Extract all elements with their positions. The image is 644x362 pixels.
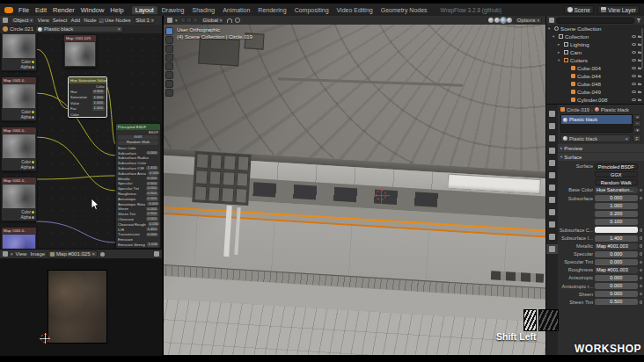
expand-icon[interactable]: ▾ — [558, 58, 562, 62]
disable-render-icon[interactable] — [638, 83, 642, 86]
property-value-field[interactable]: 0.200 — [595, 211, 638, 217]
node-row-value[interactable]: 1.000 — [92, 101, 105, 105]
material-preview-icon[interactable] — [501, 18, 506, 23]
outliner-row[interactable]: Cube.004 — [546, 64, 644, 72]
uv-2d-cursor[interactable] — [40, 334, 49, 343]
editor-type-icon[interactable] — [3, 18, 8, 23]
property-value-field[interactable]: 1.400 — [595, 235, 638, 242]
cursor-tool-icon[interactable] — [165, 36, 173, 44]
outliner-search-input[interactable] — [556, 18, 634, 24]
animate-dot-icon[interactable] — [640, 269, 643, 272]
animate-dot-icon[interactable] — [640, 252, 643, 256]
hue-saturation-node[interactable]: Hue Saturation Value Color Hue 0.500 — [68, 76, 107, 118]
annotate-tool-icon[interactable] — [165, 80, 173, 88]
node-row-value[interactable]: 0.030 — [148, 222, 158, 227]
menu-item[interactable]: Edit — [35, 6, 47, 14]
properties-tab[interactable] — [546, 158, 558, 168]
editor-type-icon[interactable] — [3, 251, 8, 257]
workspace-tab[interactable]: Drawing — [158, 6, 188, 14]
property-value-field[interactable]: 0.000 — [595, 251, 638, 257]
workspace-tab[interactable]: Rendering — [254, 6, 289, 14]
workspace-tab[interactable]: Layout — [132, 6, 157, 14]
disable-render-icon[interactable] — [638, 75, 642, 78]
socket-icon[interactable] — [32, 211, 34, 214]
menu-item[interactable]: Node — [84, 18, 96, 23]
blender-logo-icon[interactable] — [4, 7, 13, 13]
move-tool-icon[interactable] — [165, 45, 173, 53]
solid-shading-icon[interactable] — [494, 18, 500, 23]
property-value-field[interactable]: 1.000 — [595, 203, 638, 209]
animate-dot-icon[interactable] — [640, 293, 643, 296]
node-row[interactable]: Color — [69, 112, 106, 117]
fake-user-button[interactable]: F — [633, 134, 641, 142]
socket-icon[interactable] — [32, 111, 34, 113]
animate-dot-icon[interactable] — [640, 300, 643, 304]
animate-dot-icon[interactable] — [640, 277, 643, 280]
node-row-value[interactable]: 1.000 — [92, 96, 105, 100]
use-nodes-checkbox[interactable]: ☑Use Nodes — [99, 18, 130, 24]
vertex-select-icon[interactable] — [180, 18, 186, 23]
property-value-field[interactable]: 0.000 — [595, 259, 638, 265]
measure-tool-icon[interactable] — [165, 89, 173, 97]
menu-item[interactable]: Image — [30, 251, 45, 257]
node-row-value[interactable]: 1.450 — [146, 228, 158, 232]
pin-icon[interactable] — [100, 252, 105, 257]
socket-icon[interactable] — [32, 161, 34, 163]
outliner-row[interactable]: ▾ Scene Collection — [546, 25, 644, 33]
animate-dot-icon[interactable] — [640, 285, 643, 288]
node-row[interactable]: Transmission 0.000 — [116, 232, 160, 237]
node-row-value[interactable]: 0.500 — [92, 90, 105, 94]
property-value-field[interactable]: Map #001.003 — [595, 243, 638, 250]
image-texture-node[interactable]: Map #001.0.. Color Alpha — [1, 227, 37, 249]
principled-bsdf-node[interactable]: Principled BSDF BSDF GGX — [115, 123, 161, 249]
transform-tool-icon[interactable] — [165, 71, 173, 79]
rotate-tool-icon[interactable] — [165, 54, 173, 62]
viewport-3d[interactable]: User Orthographic (4) Scene Collection |… — [164, 25, 545, 355]
animate-dot-icon[interactable] — [640, 197, 643, 200]
surface-section-header[interactable]: ▾ Surface — [558, 153, 644, 161]
disable-render-icon[interactable] — [638, 90, 642, 94]
node-header[interactable]: Map #001.0.. — [2, 228, 36, 234]
properties-tab[interactable] — [546, 121, 558, 131]
face-select-icon[interactable] — [193, 18, 198, 23]
slot-dropdown[interactable]: Slot 1▾ — [134, 17, 157, 24]
hide-viewport-icon[interactable] — [632, 90, 636, 94]
expand-icon[interactable]: ▸ — [558, 42, 562, 47]
wireframe-shading-icon[interactable] — [488, 18, 494, 23]
material-id-chip[interactable]: Plastic black × — [560, 134, 631, 142]
unlink-icon[interactable]: × — [118, 26, 121, 32]
scrollbar[interactable] — [641, 28, 643, 69]
properties-tab[interactable] — [546, 220, 558, 229]
scene-selector[interactable]: Scene — [564, 5, 594, 14]
node-row-value[interactable]: 0.000 — [146, 233, 158, 237]
image-chip[interactable]: Map #001.025 × — [48, 250, 98, 257]
node-header[interactable]: Map #001.0.. — [2, 177, 36, 184]
node-row-value[interactable]: 0.000 — [146, 177, 158, 181]
socket-icon[interactable] — [32, 66, 34, 69]
animate-dot-icon[interactable] — [640, 244, 643, 248]
unlink-icon[interactable]: × — [91, 251, 95, 257]
animate-dot-icon[interactable] — [640, 228, 643, 232]
properties-tab[interactable] — [546, 170, 558, 180]
breadcrumb-object[interactable]: Circle.019 — [567, 107, 589, 112]
menu-item[interactable]: Help — [110, 6, 123, 14]
property-value-field[interactable]: Hue Saturation... — [595, 187, 638, 193]
node-header[interactable]: Hue Saturation Value — [69, 77, 106, 83]
workspace-tab[interactable]: Shading — [188, 6, 218, 14]
outliner-row[interactable]: ▾ Cutters — [546, 56, 644, 64]
expand-icon[interactable]: ▾ — [548, 26, 553, 31]
view-layer-selector[interactable]: View Layer — [597, 5, 640, 14]
node-row-value[interactable]: 0.000 — [146, 151, 158, 156]
preview-section-header[interactable]: ▸ Preview — [558, 144, 644, 152]
hide-viewport-icon[interactable] — [632, 83, 636, 86]
node-header[interactable]: Map #001.025 — [64, 35, 96, 41]
node-row-value[interactable]: Random Walk — [118, 141, 158, 145]
image-texture-node-mid[interactable]: Map #001.025 — [63, 34, 97, 68]
edge-select-icon[interactable] — [187, 18, 192, 23]
workspace-tab[interactable]: Compositing — [291, 6, 333, 14]
property-value-field[interactable]: 0.000 — [595, 283, 638, 289]
outliner-row[interactable]: ▸ Cam — [546, 48, 644, 56]
hide-viewport-icon[interactable] — [632, 35, 636, 39]
property-value-field[interactable]: 0.500 — [595, 299, 638, 305]
property-value-field[interactable]: 0.100 — [595, 219, 638, 225]
